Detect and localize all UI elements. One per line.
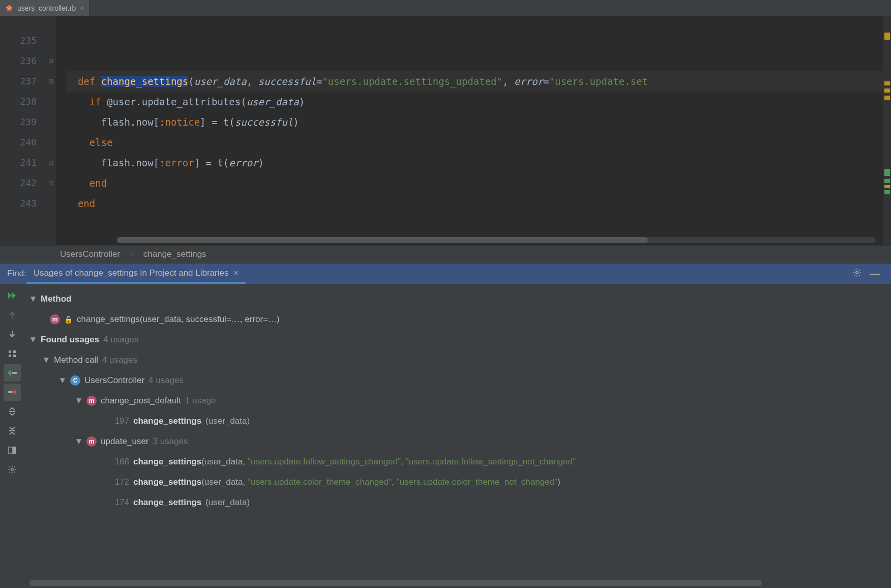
usage-call: change_settings [133, 457, 201, 466]
line-num: 239 [0, 112, 37, 132]
close-tab-icon[interactable]: × [80, 4, 84, 12]
find-label: Find: [7, 269, 26, 279]
svg-rect-10 [13, 355, 16, 357]
line-num: 235 [0, 31, 37, 51]
symbol: :error [159, 157, 194, 168]
usage-row[interactable]: 172 change_settings(user_data, "users.up… [29, 472, 891, 492]
scrollbar-thumb[interactable] [117, 237, 648, 243]
svg-marker-11 [8, 370, 11, 376]
tree-hscrollbar[interactable] [24, 580, 886, 586]
string: "users.update.set [549, 76, 648, 87]
method-icon: m [50, 314, 60, 325]
code-area[interactable]: def change_settings(user_data, successfu… [56, 16, 891, 245]
dot: . [136, 96, 141, 107]
prev-diff-button[interactable] [4, 364, 21, 381]
method-node[interactable]: update_user [101, 431, 149, 452]
scrollbar-thumb[interactable] [29, 580, 762, 586]
line-num: 242 [0, 173, 37, 193]
prev-occurrence-button[interactable] [4, 306, 21, 324]
fold-end-icon[interactable]: ⊡ [46, 173, 56, 193]
eq: = [543, 76, 549, 87]
usage-row[interactable]: 174 change_settings(user_data) [29, 492, 891, 513]
line-number: 174 [109, 492, 129, 513]
rerun-button[interactable] [4, 287, 21, 304]
usage-call: change_settings [133, 411, 201, 431]
kw-end: end [78, 198, 95, 209]
paren: ) [557, 477, 560, 487]
error-stripe[interactable] [883, 16, 891, 245]
fold-open-icon[interactable]: ⊟ [46, 51, 56, 71]
usage-count: 1 usage [185, 391, 216, 411]
group-button[interactable] [4, 345, 21, 362]
settings-button[interactable] [4, 461, 21, 478]
find-tab[interactable]: Usages of change_settings in Project and… [26, 263, 246, 284]
chevron-down-icon[interactable]: ▼ [75, 391, 82, 411]
svg-rect-8 [13, 350, 16, 353]
kw-def: def [78, 76, 101, 87]
method-call-node[interactable]: Method call [54, 350, 98, 370]
line-number: 197 [109, 411, 129, 431]
usage-call: change_settings [133, 477, 201, 487]
svg-rect-7 [9, 350, 11, 353]
warn-marker[interactable] [884, 33, 890, 40]
ok-marker[interactable] [884, 179, 890, 183]
svg-point-2 [856, 271, 858, 274]
svg-marker-4 [12, 292, 16, 299]
controller-node[interactable]: UsersController [84, 370, 144, 391]
comma: , [247, 76, 258, 87]
class-icon: C [70, 375, 80, 386]
tab-bar: users_controller.rb × [0, 0, 891, 16]
usage-count: 3 usages [153, 431, 188, 452]
gear-icon[interactable] [848, 268, 866, 280]
kw-end: end [90, 178, 107, 189]
breadcrumb: UsersController › change_settings [0, 245, 891, 263]
next-occurrence-button[interactable] [4, 326, 21, 343]
warn-marker[interactable] [884, 89, 890, 93]
minimize-icon[interactable]: — [866, 268, 884, 280]
line-num: 243 [0, 193, 37, 214]
warn-marker[interactable] [884, 185, 890, 188]
chevron-right-icon: › [130, 249, 133, 259]
method-node[interactable]: change_post_default [101, 391, 181, 411]
method-signature[interactable]: change_settings(user_data, successful=…,… [77, 309, 280, 330]
usages-tree[interactable]: ▼ Method m 🔒 change_settings(user_data, … [24, 284, 891, 588]
code-editor[interactable]: 235 236 237 238 239 240 241 242 243 ⊟ ⊟ … [0, 16, 891, 245]
fold-end-icon[interactable]: ⊡ [46, 153, 56, 173]
comma: , [502, 76, 514, 87]
paren: ( [188, 76, 194, 87]
found-usages-header: Found usages [41, 330, 99, 350]
tool-buttons-column [0, 284, 24, 588]
usage-row[interactable]: 197 change_settings(user_data) [29, 411, 891, 431]
warn-marker[interactable] [884, 96, 890, 100]
breadcrumb-class[interactable]: UsersController [60, 249, 120, 259]
editor-tab[interactable]: users_controller.rb × [0, 0, 90, 16]
close-icon[interactable]: × [233, 268, 239, 278]
paren: ) [293, 116, 299, 128]
fold-open-icon[interactable]: ⊟ [46, 71, 56, 92]
code-text: flash.now[ [101, 157, 159, 168]
next-diff-button[interactable] [4, 384, 21, 401]
method-call: update_attributes [142, 96, 241, 107]
chevron-down-icon[interactable]: ▼ [75, 431, 82, 452]
chevron-down-icon[interactable]: ▼ [29, 289, 37, 309]
breadcrumb-method[interactable]: change_settings [143, 249, 206, 259]
preview-button[interactable] [4, 442, 21, 459]
editor-hscrollbar[interactable] [117, 237, 876, 243]
chevron-down-icon[interactable]: ▼ [59, 370, 66, 391]
tree-method-header: Method [41, 289, 71, 309]
usage-row[interactable]: 168 change_settings(user_data, "users.up… [29, 452, 891, 472]
warn-marker[interactable] [884, 81, 890, 85]
param: user_data [194, 76, 247, 87]
collapse-all-button[interactable] [4, 422, 21, 439]
string: "users.update.settings_updated" [322, 76, 502, 87]
svg-marker-3 [8, 292, 12, 299]
method-icon: m [86, 396, 97, 406]
ok-marker[interactable] [884, 169, 890, 176]
chevron-down-icon[interactable]: ▼ [43, 350, 50, 370]
svg-rect-9 [9, 355, 11, 357]
line-number: 172 [109, 472, 129, 492]
expand-all-button[interactable] [4, 403, 21, 420]
chevron-down-icon[interactable]: ▼ [29, 330, 37, 350]
ok-marker[interactable] [884, 190, 890, 194]
usage-count: 4 usages [102, 350, 137, 370]
